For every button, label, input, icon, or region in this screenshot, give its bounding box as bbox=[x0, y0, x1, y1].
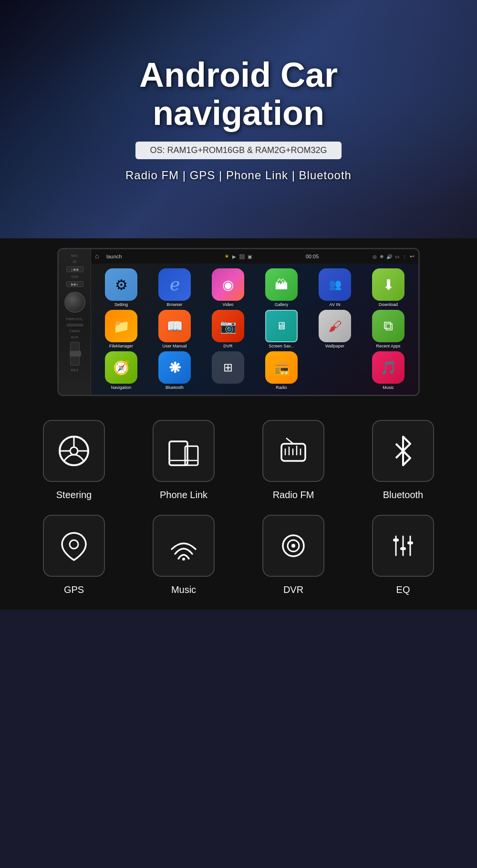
music-feature-icon bbox=[167, 529, 200, 562]
gps-icon-box bbox=[43, 515, 105, 577]
brightness-icon: ☀ bbox=[224, 253, 229, 260]
launch-text: launch bbox=[106, 254, 221, 259]
svg-point-20 bbox=[291, 544, 295, 548]
app-appstore[interactable]: ⊞ bbox=[203, 351, 253, 390]
app-download[interactable]: ⬇ Download bbox=[363, 268, 414, 307]
dvr-label: DVR bbox=[283, 584, 303, 595]
app-av-label: AV IN bbox=[330, 302, 341, 307]
volume-knob[interactable] bbox=[64, 292, 85, 313]
app-bluetooth-label: Bluetooth bbox=[166, 385, 184, 390]
feature-music: Music bbox=[134, 515, 234, 595]
bluetooth-icon-box bbox=[372, 420, 434, 482]
prev-btn[interactable]: |◀◀ bbox=[66, 266, 83, 272]
svg-point-1 bbox=[70, 447, 78, 455]
app-navigation-label: Navigation bbox=[111, 385, 132, 390]
app-music[interactable]: 🎵 Music bbox=[363, 351, 414, 390]
screen: ⌂ launch ☀ ▶ ⬛ ▣ 00:05 ◎ ❋ 🔊 ▭ ⋮ ↩ bbox=[91, 249, 418, 395]
app-navigation[interactable]: 🧭 Navigation bbox=[96, 351, 146, 390]
download-icon: ⬇ bbox=[372, 268, 404, 301]
gallery-icon: 🏔 bbox=[265, 268, 298, 301]
dvr-icon-box bbox=[262, 515, 324, 577]
eq-icon-box bbox=[372, 515, 434, 577]
browser-icon: ℯ bbox=[158, 268, 191, 301]
aux-label: AUX bbox=[71, 336, 79, 339]
res-label: RES bbox=[71, 368, 79, 372]
hero-section: Android Carnavigation OS: RAM1G+ROM16GB … bbox=[0, 0, 477, 238]
phone-link-icon bbox=[167, 434, 200, 468]
music-label: Music bbox=[171, 584, 196, 595]
app-manual[interactable]: 📖 User Manual bbox=[149, 310, 200, 348]
feature-bluetooth: Bluetooth bbox=[353, 420, 453, 500]
app-grid: ⚙ Setting ℯ Browser ◉ Video 🏔 bbox=[96, 268, 414, 390]
filemanager-icon: 📁 bbox=[105, 310, 137, 342]
app-grid-container: ⚙ Setting ℯ Browser ◉ Video 🏔 bbox=[91, 264, 418, 395]
res-slider[interactable] bbox=[70, 342, 80, 366]
car-unit-section: MIC IR |◀◀ O/M ▶▶| PWR/VOL CANG AUX RES … bbox=[0, 238, 477, 396]
battery-icon: ▭ bbox=[395, 254, 399, 259]
app-filemanager[interactable]: 📁 FileManager bbox=[96, 310, 146, 348]
location-icon: ◎ bbox=[373, 254, 377, 259]
music-icon-box bbox=[153, 515, 215, 577]
steering-label: Steering bbox=[56, 490, 92, 500]
bluetooth-feature-icon bbox=[386, 434, 420, 468]
app-manual-label: User Manual bbox=[162, 344, 187, 348]
next-btn[interactable]: ▶▶| bbox=[66, 281, 83, 287]
svg-rect-26 bbox=[407, 541, 413, 544]
svg-point-16 bbox=[70, 540, 78, 549]
features-section: Steering Phone Link bbox=[0, 396, 477, 610]
screensav-icon: 🖥 bbox=[265, 310, 298, 342]
feature-phone-link: Phone Link bbox=[134, 420, 234, 500]
feature-steering: Steering bbox=[24, 420, 124, 500]
wallpaper-icon: 🖌 bbox=[319, 310, 351, 342]
app-dvr-label: DVR bbox=[223, 344, 232, 348]
app-screensav[interactable]: 🖥 Screen Sav... bbox=[256, 310, 307, 348]
setting-icon: ⚙ bbox=[105, 268, 137, 301]
radio-fm-icon bbox=[277, 434, 310, 468]
volume-icon: 🔊 bbox=[386, 254, 392, 259]
phone-link-label: Phone Link bbox=[160, 490, 207, 500]
app-recentapps-label: Recent Apps bbox=[376, 344, 400, 348]
app-wallpaper[interactable]: 🖌 Wallpaper bbox=[310, 310, 360, 348]
dvr-icon: 📷 bbox=[212, 310, 244, 342]
hero-title: Android Carnavigation bbox=[139, 56, 338, 132]
gps-icon bbox=[57, 529, 91, 562]
music-icon: 🎵 bbox=[372, 351, 404, 384]
video-icon: ◉ bbox=[212, 268, 244, 301]
app-bluetooth[interactable]: ❋ Bluetooth bbox=[149, 351, 200, 390]
bluetooth-label: Bluetooth bbox=[383, 490, 424, 500]
app-gallery[interactable]: 🏔 Gallery bbox=[256, 268, 307, 307]
steering-icon-box bbox=[43, 420, 105, 482]
feature-gps: GPS bbox=[24, 515, 124, 595]
app-video[interactable]: ◉ Video bbox=[203, 268, 253, 307]
svg-rect-24 bbox=[400, 547, 406, 550]
features-grid: Steering Phone Link bbox=[24, 420, 453, 595]
pwr-label: PWR/VOL bbox=[66, 317, 83, 321]
steering-icon bbox=[57, 434, 91, 468]
app-dvr[interactable]: 📷 DVR bbox=[203, 310, 253, 348]
app-video-label: Video bbox=[223, 302, 234, 307]
status-bar: ⌂ launch ☀ ▶ ⬛ ▣ 00:05 ◎ ❋ 🔊 ▭ ⋮ ↩ bbox=[91, 249, 418, 264]
app-screensav-label: Screen Sav... bbox=[269, 344, 294, 348]
app-filemanager-label: FileManager bbox=[109, 344, 133, 348]
app-setting-label: Setting bbox=[114, 302, 128, 307]
bluetooth-status-icon: ❋ bbox=[380, 254, 384, 259]
time-display: 00:05 bbox=[255, 254, 370, 259]
menu-icon[interactable]: ⋮ bbox=[402, 254, 407, 259]
app-recentapps[interactable]: ⧉ Recent Apps bbox=[363, 310, 414, 348]
back-icon[interactable]: ↩ bbox=[410, 253, 415, 260]
app-radio[interactable]: 📻 Radio bbox=[256, 351, 307, 390]
svg-rect-22 bbox=[393, 539, 399, 541]
feature-dvr: DVR bbox=[243, 515, 343, 595]
gps-label: GPS bbox=[64, 584, 84, 595]
play-icon: ▶ bbox=[232, 254, 236, 259]
app-browser[interactable]: ℯ Browser bbox=[149, 268, 200, 307]
navigation-icon: 🧭 bbox=[105, 351, 137, 384]
phone-link-icon-box bbox=[153, 420, 215, 482]
appstore-icon: ⊞ bbox=[212, 351, 244, 384]
app-av[interactable]: 👥 AV IN bbox=[310, 268, 360, 307]
car-unit: MIC IR |◀◀ O/M ▶▶| PWR/VOL CANG AUX RES … bbox=[57, 248, 420, 396]
app-music-label: Music bbox=[383, 385, 394, 390]
app-gallery-label: Gallery bbox=[275, 302, 289, 307]
home-icon[interactable]: ⌂ bbox=[95, 252, 104, 261]
app-setting[interactable]: ⚙ Setting bbox=[96, 268, 146, 307]
